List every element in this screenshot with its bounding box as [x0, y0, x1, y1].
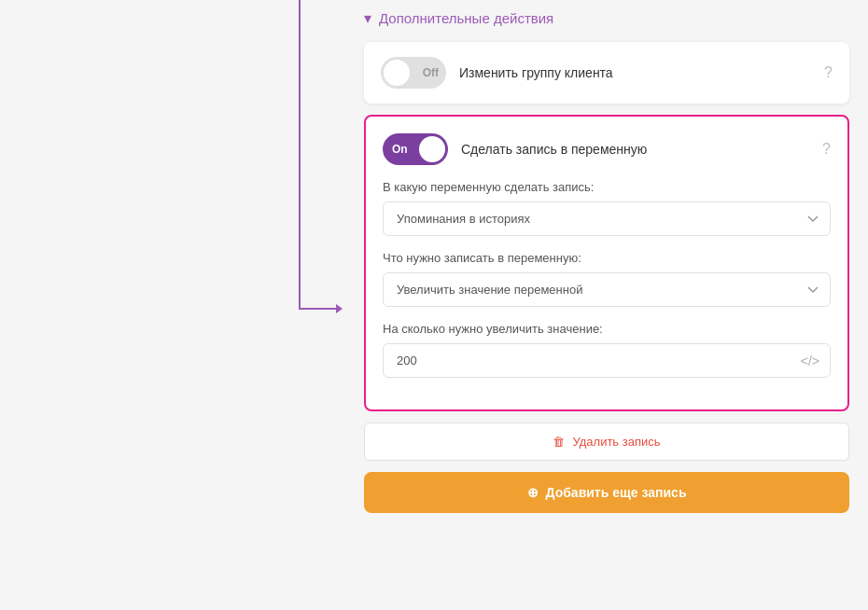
vertical-line [299, 0, 301, 308]
delete-label: Удалить запись [572, 435, 660, 449]
code-icon[interactable]: </> [801, 354, 819, 368]
active-section: On Сделать запись в переменную ? В какую… [364, 115, 849, 411]
field1-select[interactable]: Упоминания в историях [383, 201, 831, 236]
field-group-1: В какую переменную сделать запись: Упоми… [383, 180, 831, 236]
delete-icon: 🗑 [553, 435, 565, 449]
toggle-label-2: On [392, 143, 408, 156]
horizontal-line [299, 308, 336, 310]
field2-label: Что нужно записать в переменную: [383, 251, 831, 265]
toggle-off-1[interactable]: Off [381, 57, 446, 89]
field2-select[interactable]: Увеличить значение переменной [383, 272, 831, 307]
add-label: Добавить еще запись [546, 485, 687, 500]
action-card-1: Off Изменить группу клиента ? [364, 42, 849, 104]
toggle-knob-2 [419, 136, 445, 162]
field-group-3: На сколько нужно увеличить значение: </> [383, 322, 831, 378]
section-title[interactable]: Дополнительные действия [379, 10, 553, 26]
left-panel [0, 0, 345, 610]
toggle-knob-1 [384, 60, 410, 86]
add-icon: ⊕ [527, 485, 539, 500]
toggle-on-2[interactable]: On [383, 133, 448, 165]
card2-label: Сделать запись в переменную [461, 142, 647, 157]
arrow-head [336, 304, 343, 313]
field3-label: На сколько нужно увеличить значение: [383, 322, 831, 336]
add-button[interactable]: ⊕ Добавить еще запись [364, 472, 849, 513]
card1-left: Off Изменить группу клиента [381, 57, 613, 89]
toggle-label-1: Off [423, 66, 439, 79]
field1-label: В какую переменную сделать запись: [383, 180, 831, 194]
field-group-2: Что нужно записать в переменную: Увеличи… [383, 251, 831, 307]
section-header: ▾ Дополнительные действия [364, 9, 849, 27]
delete-button[interactable]: 🗑 Удалить запись [364, 423, 849, 461]
connector [299, 0, 301, 610]
field3-input-wrapper: </> [383, 343, 831, 378]
help-icon-2[interactable]: ? [822, 141, 831, 158]
field3-input[interactable] [383, 343, 831, 378]
chevron-icon[interactable]: ▾ [364, 9, 371, 27]
help-icon-1[interactable]: ? [824, 64, 833, 81]
card1-label: Изменить группу клиента [459, 65, 613, 80]
card2-left: On Сделать запись в переменную [383, 133, 647, 165]
card2-top: On Сделать запись в переменную ? [383, 133, 831, 165]
right-panel: ▾ Дополнительные действия Off Изменить г… [345, 0, 868, 610]
